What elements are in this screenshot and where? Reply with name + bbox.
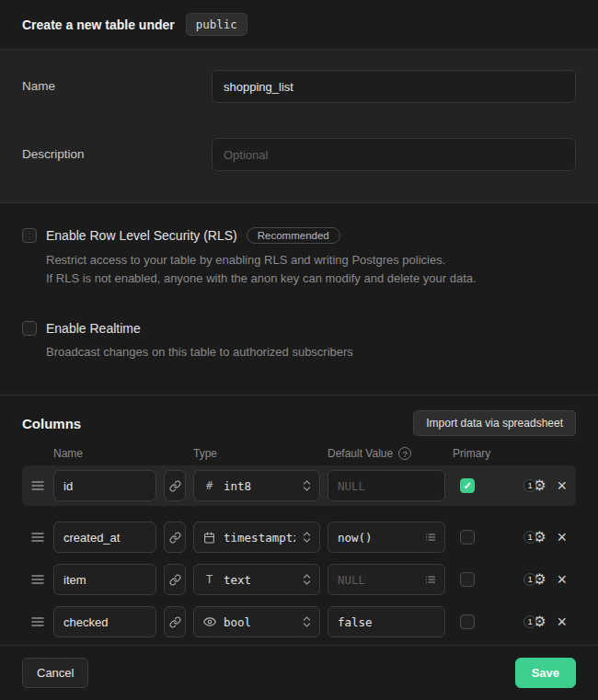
close-icon: × xyxy=(557,570,567,589)
column-name-input[interactable] xyxy=(53,564,156,595)
primary-checkbox[interactable]: ✓ xyxy=(460,478,475,493)
chevron-updown-icon xyxy=(303,615,311,628)
foreign-key-link-button[interactable] xyxy=(164,522,186,553)
help-icon[interactable]: ? xyxy=(398,447,411,460)
realtime-option: ✓ Enable Realtime Broadcast changes on t… xyxy=(22,321,576,361)
columns-title: Columns xyxy=(22,416,81,431)
rls-description-line1: Restrict access to your table by enablin… xyxy=(46,251,576,270)
column-type-label: int8 xyxy=(224,479,295,493)
remove-column-button[interactable]: × xyxy=(555,571,569,588)
chevron-updown-icon xyxy=(303,479,311,492)
eye-icon xyxy=(202,615,216,628)
link-icon xyxy=(169,616,181,628)
realtime-checkbox[interactable]: ✓ xyxy=(22,321,37,336)
table-name-input[interactable] xyxy=(212,70,576,103)
default-value-input xyxy=(328,470,445,501)
table-meta-form: Name Description xyxy=(0,50,598,203)
column-name-input[interactable] xyxy=(53,522,156,553)
column-header-primary: Primary xyxy=(453,447,504,460)
description-row: Description xyxy=(22,138,576,171)
column-header-type: Type xyxy=(193,447,320,460)
column-row: T text ✓ 1 ⚙ xyxy=(22,559,576,600)
close-icon: × xyxy=(557,613,567,631)
column-type-label: timestamptz xyxy=(224,531,295,545)
column-type-select[interactable]: bool xyxy=(193,606,320,637)
default-value-menu-button[interactable] xyxy=(420,526,442,548)
column-row: bool ✓ 1 ⚙ × xyxy=(22,602,576,642)
default-value-menu-button[interactable] xyxy=(420,568,442,591)
chevron-updown-icon xyxy=(303,573,311,586)
primary-checkbox[interactable]: ✓ xyxy=(460,614,475,629)
link-icon xyxy=(169,532,181,544)
column-type-select[interactable]: # int8 xyxy=(193,470,320,501)
save-button[interactable]: Save xyxy=(515,658,576,688)
name-row: Name xyxy=(22,70,576,103)
rls-option: ✓ Enable Row Level Security (RLS) Recomm… xyxy=(22,227,576,288)
column-type-select[interactable]: T text xyxy=(193,564,320,595)
recommended-badge: Recommended xyxy=(247,227,340,244)
columns-section: Columns Import data via spreadsheet Name… xyxy=(0,396,598,645)
column-settings-button[interactable]: 1 ⚙ xyxy=(523,478,546,493)
column-header-default: Default Value xyxy=(328,447,393,460)
realtime-description: Broadcast changes on this table to autho… xyxy=(46,343,576,361)
check-icon: ✓ xyxy=(463,481,471,491)
realtime-label: Enable Realtime xyxy=(46,321,141,336)
import-spreadsheet-button[interactable]: Import data via spreadsheet xyxy=(413,410,576,436)
drag-handle-icon[interactable] xyxy=(29,532,46,543)
column-settings-button[interactable]: 1 ⚙ xyxy=(523,614,546,629)
drag-handle-icon[interactable] xyxy=(29,616,46,627)
rls-description: Restrict access to your table by enablin… xyxy=(46,251,576,288)
cancel-button[interactable]: Cancel xyxy=(22,658,88,688)
default-value-input[interactable] xyxy=(328,606,445,637)
close-icon: × xyxy=(557,528,567,546)
close-icon: × xyxy=(557,476,567,495)
foreign-key-link-button[interactable] xyxy=(164,606,186,637)
list-icon xyxy=(425,532,436,543)
dialog-title: Create a new table under xyxy=(22,17,175,32)
rls-checkbox[interactable]: ✓ xyxy=(22,228,37,243)
link-icon xyxy=(169,480,181,492)
column-settings-button[interactable]: 1 ⚙ xyxy=(523,530,546,545)
column-type-label: text xyxy=(224,573,295,587)
column-type-select[interactable]: timestamptz xyxy=(193,522,320,553)
column-name-input[interactable] xyxy=(53,470,156,501)
columns-header-row: Name Type Default Value ? Primary xyxy=(22,447,576,464)
table-options: ✓ Enable Row Level Security (RLS) Recomm… xyxy=(0,203,598,396)
schema-badge: public xyxy=(186,13,247,36)
foreign-key-link-button[interactable] xyxy=(164,564,186,595)
primary-checkbox[interactable]: ✓ xyxy=(460,530,475,545)
remove-column-button[interactable]: × xyxy=(555,614,569,630)
hash-icon: # xyxy=(202,479,216,492)
create-table-dialog: Create a new table under public Name Des… xyxy=(0,0,598,700)
column-row: timestamptz ✓ 1 ⚙ xyxy=(22,517,576,557)
remove-column-button[interactable]: × xyxy=(555,529,569,545)
dialog-header: Create a new table under public xyxy=(0,0,598,50)
primary-checkbox[interactable]: ✓ xyxy=(460,572,475,587)
drag-handle-icon[interactable] xyxy=(29,574,46,585)
column-header-name: Name xyxy=(53,447,156,460)
table-description-input[interactable] xyxy=(212,138,576,171)
foreign-key-link-button[interactable] xyxy=(164,470,186,501)
column-row: # int8 ✓ 1 ⚙ × xyxy=(22,465,576,506)
remove-column-button[interactable]: × xyxy=(555,477,569,494)
column-settings-button[interactable]: 1 ⚙ xyxy=(523,572,546,587)
list-icon xyxy=(425,574,436,585)
text-type-icon: T xyxy=(202,573,216,586)
column-type-label: bool xyxy=(224,615,295,629)
name-label: Name xyxy=(22,70,212,93)
chevron-updown-icon xyxy=(303,531,311,544)
drag-handle-icon[interactable] xyxy=(29,480,46,491)
dialog-footer: Cancel Save xyxy=(0,645,598,700)
link-icon xyxy=(169,574,181,586)
rls-description-line2: If RLS is not enabled, anyone with the a… xyxy=(46,270,576,288)
rls-label: Enable Row Level Security (RLS) xyxy=(46,228,237,243)
description-label: Description xyxy=(22,138,212,161)
column-name-input[interactable] xyxy=(53,606,156,637)
calendar-icon xyxy=(202,532,216,544)
